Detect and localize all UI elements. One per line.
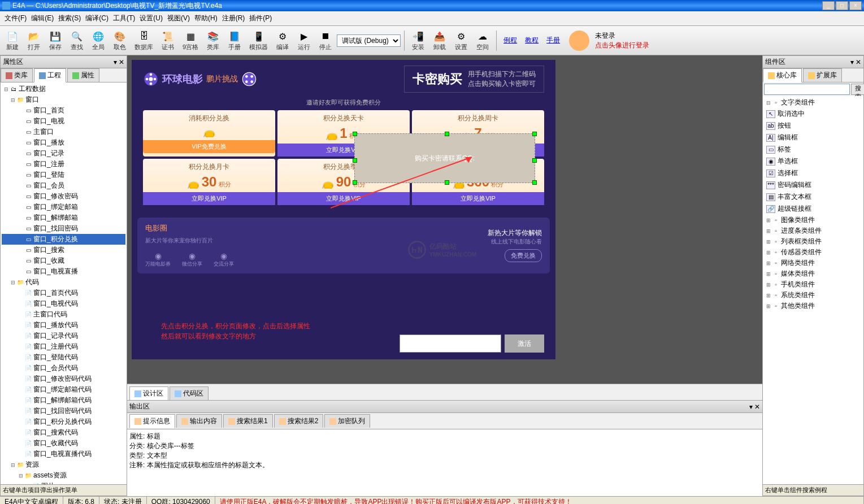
tree-node[interactable]: ⊟📁窗口: [2, 94, 125, 105]
tool-打开[interactable]: 📂打开: [24, 28, 44, 53]
component-search-input[interactable]: [764, 84, 850, 95]
menu-item[interactable]: 插件(P): [247, 12, 274, 24]
comp-close-icon[interactable]: ▾ ✕: [850, 58, 861, 66]
component-item[interactable]: ▭标签: [764, 144, 862, 155]
tool-新建[interactable]: 📄新建: [2, 28, 23, 53]
menu-item[interactable]: 视图(V): [165, 12, 192, 24]
tree-node[interactable]: 📄窗口_找回密码代码: [2, 406, 125, 416]
tree-node[interactable]: ▭窗口_修改密码: [2, 191, 125, 202]
menu-item[interactable]: 注册(R): [220, 12, 248, 24]
tool-空间[interactable]: ☁空间: [472, 28, 493, 53]
activate-button[interactable]: 激活: [505, 334, 544, 353]
tree-node[interactable]: ▭窗口_记录: [2, 148, 125, 159]
link-教程[interactable]: 教程: [522, 36, 542, 45]
panel-pin-icon[interactable]: ▾ ✕: [114, 58, 124, 66]
tree-node[interactable]: 📄窗口_积分兑换代码: [2, 416, 125, 427]
tree-node[interactable]: 📄主窗口代码: [2, 309, 125, 320]
tree-node[interactable]: ⊞▫网络类组件: [764, 258, 862, 268]
comp-tab[interactable]: 核心库: [763, 68, 802, 82]
tree-node[interactable]: ⊞▫传感器类组件: [764, 247, 862, 258]
tree-node[interactable]: 📄窗口_会员代码: [2, 363, 125, 373]
menu-item[interactable]: 编译(C): [83, 12, 111, 24]
tree-node[interactable]: ▭窗口_找回密码: [2, 223, 125, 234]
component-tree[interactable]: ⊟▫文字类组件↖取消选中ab按钮A|编辑框▭标签◉单选框☑选择框***密码编辑框…: [763, 96, 863, 484]
tool-运行[interactable]: ▶运行: [294, 28, 314, 53]
search-button[interactable]: 搜索: [851, 84, 864, 95]
tool-安装[interactable]: 📲安装: [408, 28, 428, 53]
tree-node[interactable]: ⊞▫媒体类组件: [764, 268, 862, 279]
tool-取色[interactable]: 🎨取色: [110, 28, 130, 53]
tree-node[interactable]: ▭窗口_搜索: [2, 245, 125, 255]
tab-属性[interactable]: 属性: [67, 68, 99, 82]
output-close-icon[interactable]: ▾ ✕: [749, 403, 760, 411]
menu-item[interactable]: 帮助(H): [192, 12, 220, 24]
tree-node[interactable]: ▭窗口_注册: [2, 159, 125, 170]
tool-保存[interactable]: 💾保存: [45, 28, 66, 53]
tree-node[interactable]: ⊟📁资源: [2, 459, 125, 470]
tree-node[interactable]: ⊟📁代码: [2, 277, 125, 288]
component-item[interactable]: ◉单选框: [764, 155, 862, 167]
tree-node[interactable]: ▭窗口_会员: [2, 180, 125, 191]
tree-node[interactable]: 📄窗口_修改密码代码: [2, 373, 125, 384]
tool-类库[interactable]: 📚类库: [203, 28, 223, 53]
tree-node[interactable]: 📄窗口_搜索代码: [2, 427, 125, 438]
vip-card[interactable]: 积分兑换月卡👝 30 积分立即兑换VIP: [143, 159, 275, 205]
minimize-button[interactable]: _: [822, 1, 835, 10]
component-item[interactable]: ☑选择框: [764, 167, 862, 179]
tree-node[interactable]: ▭主窗口: [2, 127, 125, 137]
component-item[interactable]: ab按钮: [764, 120, 862, 132]
tree-node[interactable]: ⊞▫图像类组件: [764, 215, 862, 225]
tree-node[interactable]: ⊟🗂工程数据: [2, 84, 125, 94]
tree-node[interactable]: ▭窗口_电视直播: [2, 266, 125, 277]
tree-node[interactable]: ⊞▫进度条类组件: [764, 225, 862, 236]
tree-node[interactable]: ⊞▫其他类组件: [764, 301, 862, 311]
tree-node[interactable]: 📄窗口_播放代码: [2, 320, 125, 331]
tool-证书[interactable]: 📜证书: [158, 28, 178, 53]
tree-node[interactable]: ⊞▫手机类组件: [764, 279, 862, 290]
link-例程[interactable]: 例程: [500, 36, 520, 45]
promo-redeem-button[interactable]: 免费兑换: [505, 249, 542, 262]
tab-类库[interactable]: 类库: [1, 68, 33, 82]
menu-item[interactable]: 搜索(S): [56, 12, 83, 24]
component-item[interactable]: ▤丰富文本框: [764, 191, 862, 203]
tree-node[interactable]: ⊟▫文字类组件: [764, 97, 862, 108]
output-tab[interactable]: 加密队列: [324, 414, 370, 428]
output-tab[interactable]: 搜索结果1: [223, 414, 273, 428]
tool-数据库[interactable]: 🗄数据库: [131, 28, 157, 53]
tree-node[interactable]: 📄窗口_电视直播代码: [2, 449, 125, 459]
tree-node[interactable]: ▭窗口_首页: [2, 105, 125, 116]
component-item[interactable]: ↖取消选中: [764, 108, 862, 120]
tool-查找[interactable]: 🔍查找: [67, 28, 87, 53]
component-item[interactable]: ***密码编辑框: [764, 179, 862, 191]
menu-item[interactable]: 文件(F): [2, 12, 29, 24]
tab-工程[interactable]: 工程: [34, 68, 66, 82]
activate-input[interactable]: [400, 334, 501, 353]
tool-编译[interactable]: ⚙编译: [272, 28, 293, 53]
tool-停止[interactable]: ⏹停止: [315, 28, 336, 53]
tree-node[interactable]: ▭窗口_播放: [2, 137, 125, 148]
tab-代码区[interactable]: 代码区: [170, 386, 209, 400]
tree-node[interactable]: ⊞▫列表框类组件: [764, 236, 862, 247]
component-item[interactable]: A|编辑框: [764, 132, 862, 144]
tree-node[interactable]: 📄窗口_记录代码: [2, 331, 125, 341]
tool-卸载[interactable]: 📤卸载: [429, 28, 450, 53]
tool-模拟器[interactable]: 📱模拟器: [246, 28, 271, 53]
tool-手册[interactable]: 📘手册: [224, 28, 245, 53]
tree-node[interactable]: ⊟📁assets资源: [2, 470, 125, 481]
tree-node[interactable]: ▭窗口_收藏: [2, 255, 125, 266]
tree-node[interactable]: 📄窗口_首页代码: [2, 288, 125, 298]
maximize-button[interactable]: □: [836, 1, 848, 10]
tree-node[interactable]: 📄窗口_登陆代码: [2, 352, 125, 363]
tree-node[interactable]: 📄窗口_电视代码: [2, 298, 125, 309]
avatar[interactable]: [569, 31, 589, 51]
project-tree[interactable]: ⊟🗂工程数据⊟📁窗口▭窗口_首页▭窗口_电视▭主窗口▭窗口_播放▭窗口_记录▭窗…: [1, 82, 127, 484]
output-tab[interactable]: 搜索结果2: [274, 414, 324, 428]
menu-item[interactable]: 设置(U): [137, 12, 165, 24]
design-canvas[interactable]: 环球电影 鹏片挑战 卡密购买 用手机扫描下方二维码点击购买输入卡密即可 邀请好友…: [127, 55, 762, 384]
tree-node[interactable]: ▭窗口_绑定邮箱: [2, 202, 125, 212]
tree-node[interactable]: ▭窗口_登陆: [2, 170, 125, 180]
tree-node[interactable]: 📄窗口_收藏代码: [2, 438, 125, 449]
tool-9宫格[interactable]: ▦9宫格: [179, 28, 202, 53]
tree-node[interactable]: 📄窗口_解绑邮箱代码: [2, 395, 125, 406]
tree-node[interactable]: ⊞▫系统类组件: [764, 290, 862, 301]
